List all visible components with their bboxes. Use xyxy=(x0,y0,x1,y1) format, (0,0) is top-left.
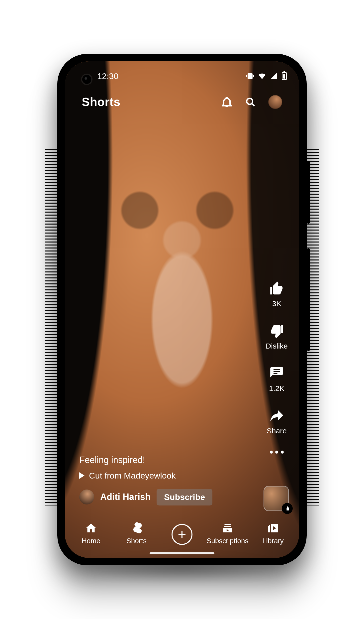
home-icon xyxy=(85,522,97,534)
device-volume-button xyxy=(307,161,310,224)
creator-name[interactable]: Aditi Harish xyxy=(100,492,151,502)
play-triangle-icon xyxy=(79,472,85,479)
shorts-icon xyxy=(130,522,143,534)
battery-icon xyxy=(282,72,287,80)
more-horizontal-icon xyxy=(270,451,284,454)
tab-subscriptions-label: Subscriptions xyxy=(206,537,248,545)
screen[interactable]: 12:30 Shorts xyxy=(65,61,299,558)
subscriptions-icon xyxy=(221,522,234,534)
like-button[interactable]: 3K xyxy=(269,281,284,308)
wifi-icon xyxy=(258,72,266,80)
tab-create[interactable]: + xyxy=(163,524,201,545)
phone-mock: 12:30 Shorts xyxy=(57,54,307,565)
subscribe-button[interactable]: Subscribe xyxy=(157,489,212,505)
creator-avatar[interactable] xyxy=(79,490,94,504)
create-circle-icon: + xyxy=(172,524,192,545)
device-frame: 12:30 Shorts xyxy=(57,54,307,565)
video-bg-right xyxy=(224,61,299,558)
tab-library-label: Library xyxy=(262,537,284,545)
cut-from-label: Cut from Madeyewlook xyxy=(89,471,176,481)
action-rail: 3K Dislike 1.2K Share xyxy=(266,281,288,454)
vibrate-icon xyxy=(246,72,254,80)
dislike-button[interactable]: Dislike xyxy=(266,323,288,350)
tab-shorts[interactable]: Shorts xyxy=(118,522,155,545)
bottom-nav: Home Shorts + Subscriptions Library xyxy=(65,522,299,549)
video-bg-left xyxy=(65,61,140,558)
dislike-label: Dislike xyxy=(266,342,288,350)
video-caption: Feeling inspired! xyxy=(79,455,249,465)
tab-home-label: Home xyxy=(82,537,100,545)
sound-badge[interactable] xyxy=(282,503,293,514)
app-bar: Shorts xyxy=(65,95,299,109)
like-count: 3K xyxy=(272,299,281,308)
tab-library[interactable]: Library xyxy=(254,522,292,545)
video-meta: Feeling inspired! Cut from Madeyewlook xyxy=(79,455,249,481)
cell-signal-icon xyxy=(270,72,278,80)
svg-point-0 xyxy=(247,98,253,104)
thumb-down-icon xyxy=(269,323,284,339)
account-avatar[interactable] xyxy=(268,95,282,109)
comments-button[interactable]: 1.2K xyxy=(269,366,284,393)
share-label: Share xyxy=(267,427,287,435)
equalizer-icon xyxy=(284,505,290,511)
library-icon xyxy=(267,522,279,534)
comments-count: 1.2K xyxy=(269,384,284,393)
share-icon xyxy=(269,408,284,424)
comment-icon xyxy=(269,366,284,381)
tab-subscriptions[interactable]: Subscriptions xyxy=(209,522,246,545)
device-power-button xyxy=(307,248,310,351)
status-icons xyxy=(246,72,287,80)
more-button[interactable] xyxy=(270,451,284,454)
tab-home[interactable]: Home xyxy=(72,522,110,545)
status-bar: 12:30 xyxy=(65,71,299,81)
share-button[interactable]: Share xyxy=(267,408,287,435)
device-cast-shadow xyxy=(72,553,292,583)
search-icon[interactable] xyxy=(245,97,256,108)
creator-row: Aditi Harish Subscribe xyxy=(79,489,212,505)
thumb-up-icon xyxy=(269,281,284,296)
device-shadow-left xyxy=(45,149,57,505)
notifications-icon[interactable] xyxy=(221,97,232,108)
status-time: 12:30 xyxy=(97,71,118,81)
cut-from-button[interactable]: Cut from Madeyewlook xyxy=(79,471,249,481)
tab-shorts-label: Shorts xyxy=(126,537,147,545)
page-title: Shorts xyxy=(82,95,120,109)
